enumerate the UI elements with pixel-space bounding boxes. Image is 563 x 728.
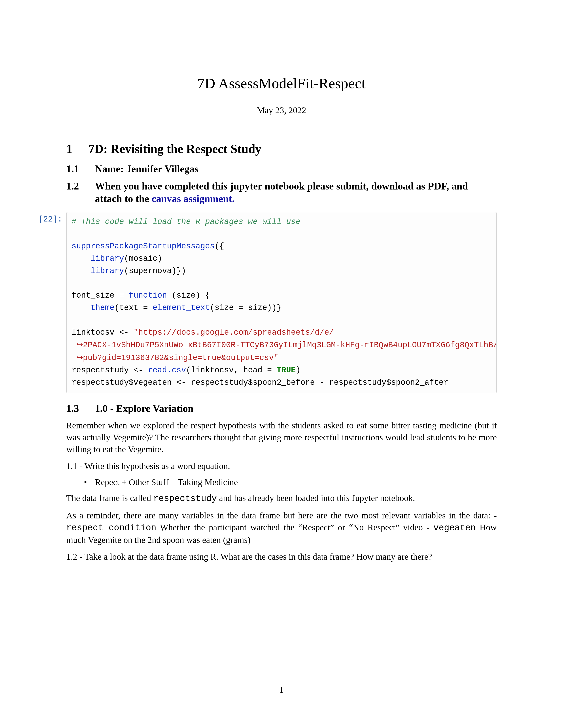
subsection-heading-explore: 1.3 1.0 - Explore Variation xyxy=(66,402,497,415)
subsection-title: Name: Jennifer Villegas xyxy=(95,163,497,175)
code-token: (text = xyxy=(114,303,152,312)
inline-code: respectstudy xyxy=(153,494,217,504)
paragraph: As a reminder, there are many variables … xyxy=(66,510,497,546)
code-token: font_size = xyxy=(71,291,129,300)
section-number: 1 xyxy=(66,142,88,156)
inline-code: vegeaten xyxy=(433,523,476,533)
text: The data frame is called xyxy=(66,493,153,503)
paragraph: 1.1 - Write this hypothesis as a word eq… xyxy=(66,460,497,472)
cell-prompt: [22]: xyxy=(26,212,66,224)
code-token: (size = size))} xyxy=(210,303,282,312)
bullet-icon: • xyxy=(84,477,95,487)
subsection-number: 1.3 xyxy=(66,403,95,414)
code-token: linktocsv <- xyxy=(71,328,133,337)
code-token: (mosaic) xyxy=(124,254,162,263)
inline-code: respect_condition xyxy=(66,523,156,533)
section-heading-1: 1 7D: Revisiting the Respect Study xyxy=(66,142,497,156)
wrap-arrow-icon: ↪ xyxy=(76,340,83,349)
subsection-number: 1.2 xyxy=(66,180,95,192)
wrap-arrow-icon: ↪ xyxy=(76,353,83,362)
code-token: read.csv xyxy=(148,366,186,375)
paragraph: The data frame is called respectstudy an… xyxy=(66,492,497,505)
code-token: respectstudy <- xyxy=(71,366,148,375)
code-token: theme xyxy=(90,303,114,312)
code-string: "https://docs.google.com/spreadsheets/d/… xyxy=(133,328,334,337)
paragraph: 1.2 - Take a look at the data frame usin… xyxy=(66,551,497,563)
code-token: library xyxy=(90,266,124,276)
code-token: library xyxy=(90,254,124,263)
text: and has already been loaded into this Ju… xyxy=(217,493,415,503)
page-number: 1 xyxy=(0,685,563,695)
code-block: # This code will load the R packages we … xyxy=(66,212,497,393)
doc-title: 7D AssessModelFit-Respect xyxy=(66,75,497,92)
subsection-heading-name: 1.1 Name: Jennifer Villegas xyxy=(66,163,497,175)
section-title: 7D: Revisiting the Respect Study xyxy=(88,142,497,156)
bullet-item: • Repect + Other Stuff = Taking Medicine xyxy=(84,477,497,487)
code-comment: # This code will load the R packages we … xyxy=(71,217,301,226)
subsection-heading-instructions: 1.2 When you have completed this jupyter… xyxy=(66,180,497,205)
code-token: ({ xyxy=(214,242,224,251)
code-string: 2PACX-1vShHDu7P5XnUWo_xBtB67I00R-TTCyB73… xyxy=(83,341,497,350)
code-token: TRUE xyxy=(276,366,296,375)
code-token: element_text xyxy=(152,303,210,312)
text: As a reminder, there are many variables … xyxy=(66,510,497,520)
code-cell: [22]: # This code will load the R packag… xyxy=(26,212,497,393)
canvas-assignment-link[interactable]: canvas assignment. xyxy=(152,193,235,204)
code-token: (size) { xyxy=(167,291,210,300)
code-token: respectstudy$vegeaten <- respectstudy$sp… xyxy=(71,378,448,387)
paragraph: Remember when we explored the respect hy… xyxy=(66,420,497,455)
subsection-number: 1.1 xyxy=(66,163,95,175)
code-token: suppressPackageStartupMessages xyxy=(71,242,214,251)
doc-date: May 23, 2022 xyxy=(66,105,497,115)
code-string: pub?gid=191363782&single=true&output=csv… xyxy=(83,353,278,362)
text: Whether the participant watched the “Res… xyxy=(156,522,433,532)
code-token: (linktocsv, head = xyxy=(186,366,276,375)
instruction-text: When you have completed this jupyter not… xyxy=(95,180,468,205)
subsection-title: When you have completed this jupyter not… xyxy=(95,180,497,205)
code-token: ) xyxy=(296,366,301,375)
code-token: (supernova)}) xyxy=(124,266,186,276)
code-token: function xyxy=(129,291,167,300)
bullet-text: Repect + Other Stuff = Taking Medicine xyxy=(95,477,238,487)
subsection-title: 1.0 - Explore Variation xyxy=(95,402,497,415)
